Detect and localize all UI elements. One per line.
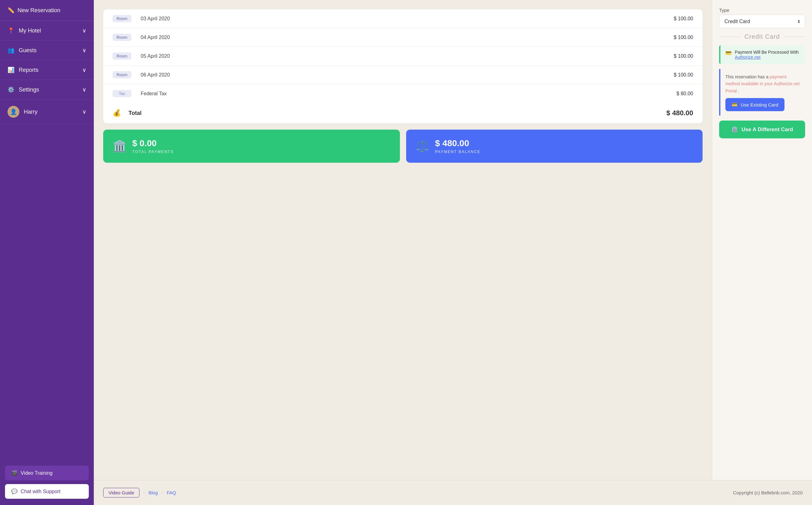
location-icon: 📍 xyxy=(7,27,14,34)
sidebar-item-my-hotel[interactable]: 📍 My Hotel ∨ xyxy=(0,21,94,41)
chat-support-label: Chat with Support xyxy=(21,489,61,494)
charge-date: 04 April 2020 xyxy=(141,35,650,40)
table-row: Room 03 April 2020 $ 100.00 xyxy=(103,9,703,28)
chevron-down-icon: ∨ xyxy=(82,86,86,93)
charge-date: 05 April 2020 xyxy=(141,53,650,59)
charge-amount: $ 100.00 xyxy=(656,72,693,78)
type-label: Type xyxy=(719,7,805,13)
copyright: Copyright (c) Bellebnb.com, 2020 xyxy=(733,490,803,495)
bank-icon: 🏛️ xyxy=(731,126,738,133)
video-guide-button[interactable]: Video Guide xyxy=(103,488,139,498)
new-reservation-label: New Reservation xyxy=(17,7,61,14)
separator-1: · xyxy=(143,490,144,496)
chevron-down-icon: ∨ xyxy=(82,27,86,34)
video-training-label: Video Training xyxy=(21,470,52,476)
sidebar-item-guests[interactable]: 👥 Guests ∨ xyxy=(0,41,94,60)
reports-icon: 📊 xyxy=(7,66,14,73)
existing-card-notice-text: This reservation has a xyxy=(725,74,769,79)
video-icon: 🎬 xyxy=(11,470,17,476)
existing-card-period: . xyxy=(738,89,739,94)
sidebar-item-label: Reports xyxy=(19,67,38,73)
sidebar: ✏️ New Reservation 📍 My Hotel ∨ 👥 Guests… xyxy=(0,0,94,505)
credit-card-title: Credit Card xyxy=(719,33,805,40)
main-content: Room 03 April 2020 $ 100.00 Room 04 Apri… xyxy=(94,0,812,505)
use-existing-card-label: Use Existing Card xyxy=(741,102,778,108)
credit-card-icon: 💳 xyxy=(725,50,732,56)
authorize-notice-text: Payment Will Be Processed With xyxy=(735,50,799,55)
payment-cards: 🏛️ $ 0.00 TOTAL PAYMENTS ⚖️ $ 480.00 PAY… xyxy=(103,130,703,163)
payment-balance-amount: $ 480.00 xyxy=(435,138,481,148)
chat-support-button[interactable]: 💬 Chat with Support xyxy=(5,484,89,499)
authorize-notice: 💳 Payment Will Be Processed With Authori… xyxy=(719,45,805,64)
use-existing-card-button[interactable]: 💳 Use Existing Card xyxy=(725,98,785,111)
total-row: 💰 Total $ 480.00 xyxy=(103,103,703,123)
charge-amount: $ 100.00 xyxy=(656,16,693,22)
charge-amount: $ 80.00 xyxy=(656,91,693,97)
sidebar-item-harry[interactable]: 👤 Harry ∨ xyxy=(0,100,94,124)
sidebar-bottom: 🎬 Video Training 💬 Chat with Support xyxy=(0,459,94,505)
chat-icon: 💬 xyxy=(11,488,17,494)
chevron-down-icon: ∨ xyxy=(82,47,86,54)
table-row: Tax Federal Tax $ 80.00 xyxy=(103,84,703,103)
total-icon: 💰 xyxy=(113,109,121,117)
separator-2: · xyxy=(162,490,163,496)
charge-badge: Room xyxy=(113,71,131,78)
total-amount: $ 480.00 xyxy=(666,109,693,117)
center-panel: Room 03 April 2020 $ 100.00 Room 04 Apri… xyxy=(94,0,712,480)
scale-icon: ⚖️ xyxy=(416,140,430,153)
guests-icon: 👥 xyxy=(7,47,14,54)
total-payments-amount: $ 0.00 xyxy=(132,138,174,148)
sidebar-item-label: My Hotel xyxy=(19,27,41,34)
authorize-link[interactable]: Authorize.net xyxy=(735,55,761,60)
payment-balance-label: PAYMENT BALANCE xyxy=(435,150,481,154)
right-panel: Type Credit Card Cash Check Other Credit… xyxy=(712,0,812,480)
chevron-down-icon: ∨ xyxy=(82,108,86,115)
charge-date: 03 April 2020 xyxy=(141,16,650,22)
settings-icon: ⚙️ xyxy=(7,86,14,93)
credit-card-title-text: Credit Card xyxy=(744,33,780,40)
type-select-wrapper: Credit Card Cash Check Other xyxy=(719,15,805,28)
type-section: Type Credit Card Cash Check Other xyxy=(719,7,805,28)
use-different-card-label: Use A Different Card xyxy=(742,127,793,133)
bank-icon: 🏛️ xyxy=(113,140,127,153)
footer: Video Guide · Blog · FAQ Copyright (c) B… xyxy=(94,480,812,505)
new-reservation-icon: ✏️ xyxy=(7,7,14,14)
blog-link[interactable]: Blog xyxy=(148,490,158,495)
total-payments-label: TOTAL PAYMENTS xyxy=(132,150,174,154)
existing-card-notice: This reservation has a payment method av… xyxy=(719,69,805,116)
card-icon: 💳 xyxy=(732,102,737,108)
sidebar-item-settings[interactable]: ⚙️ Settings ∨ xyxy=(0,80,94,100)
charge-badge: Room xyxy=(113,34,131,41)
footer-links: Video Guide · Blog · FAQ xyxy=(103,488,176,498)
use-different-card-button[interactable]: 🏛️ Use A Different Card xyxy=(719,121,805,138)
chevron-down-icon: ∨ xyxy=(82,66,86,73)
charge-badge: Room xyxy=(113,52,131,60)
charge-date: 06 April 2020 xyxy=(141,72,650,78)
video-training-button[interactable]: 🎬 Video Training xyxy=(5,466,89,480)
new-reservation-button[interactable]: ✏️ New Reservation xyxy=(0,0,94,21)
faq-link[interactable]: FAQ xyxy=(167,490,176,495)
sidebar-item-label: Settings xyxy=(19,87,39,93)
table-row: Room 05 April 2020 $ 100.00 xyxy=(103,47,703,65)
charge-badge: Tax xyxy=(113,90,131,97)
content-area: Room 03 April 2020 $ 100.00 Room 04 Apri… xyxy=(94,0,812,480)
sidebar-item-label: Guests xyxy=(19,47,36,54)
table-row: Room 06 April 2020 $ 100.00 xyxy=(103,65,703,84)
total-label: Total xyxy=(128,110,660,117)
sidebar-item-label: Harry xyxy=(24,109,37,115)
charge-date: Federal Tax xyxy=(141,91,650,97)
charge-amount: $ 100.00 xyxy=(656,53,693,59)
sidebar-item-reports[interactable]: 📊 Reports ∨ xyxy=(0,60,94,80)
total-payments-card: 🏛️ $ 0.00 TOTAL PAYMENTS xyxy=(103,130,400,163)
type-select[interactable]: Credit Card Cash Check Other xyxy=(719,15,805,28)
payment-balance-card: ⚖️ $ 480.00 PAYMENT BALANCE xyxy=(406,130,703,163)
charge-amount: $ 100.00 xyxy=(656,35,693,40)
avatar: 👤 xyxy=(7,106,19,118)
table-row: Room 04 April 2020 $ 100.00 xyxy=(103,28,703,47)
charge-badge: Room xyxy=(113,15,131,22)
charges-table: Room 03 April 2020 $ 100.00 Room 04 Apri… xyxy=(103,9,703,123)
